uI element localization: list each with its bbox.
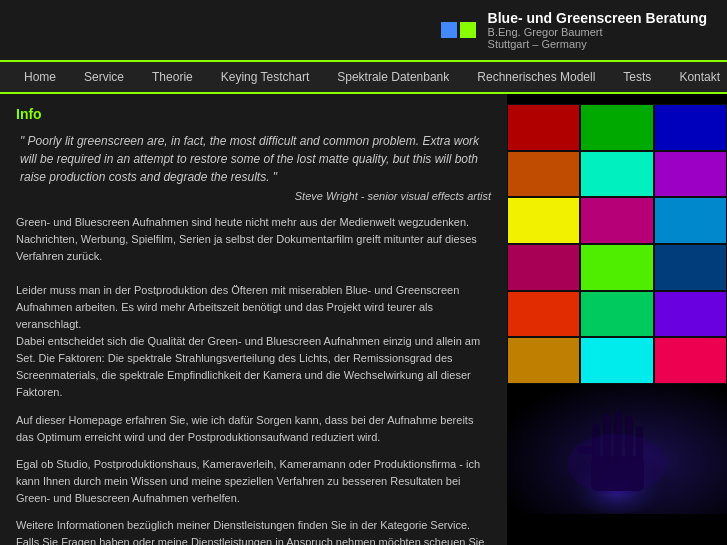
color-cell — [507, 151, 580, 198]
info-heading: Info — [16, 106, 491, 122]
color-cell — [580, 244, 653, 291]
paragraph-3: Egal ob Studio, Postproduktionshaus, Kam… — [16, 456, 491, 507]
color-cell — [654, 104, 727, 151]
color-cell — [654, 291, 727, 338]
color-cell — [654, 197, 727, 244]
site-subtitle: B.Eng. Gregor Baumert Stuttgart – German… — [488, 26, 707, 50]
content-area: Info " Poorly lit greenscreen are, in fa… — [0, 94, 507, 545]
header-text: Blue- und Greenscreen Beratung B.Eng. Gr… — [488, 10, 707, 50]
image-panel — [507, 94, 727, 545]
nav-item-theorie[interactable]: Theorie — [138, 62, 207, 92]
color-cell — [507, 337, 580, 384]
hand-icon — [547, 394, 687, 514]
main-content: Info " Poorly lit greenscreen are, in fa… — [0, 94, 727, 545]
color-cell — [507, 244, 580, 291]
logo-squares — [441, 22, 476, 38]
color-cell — [580, 104, 653, 151]
color-cell — [580, 291, 653, 338]
author-location: Stuttgart – Germany — [488, 38, 587, 50]
nav-item-home[interactable]: Home — [10, 62, 70, 92]
nav-item-keying[interactable]: Keying Testchart — [207, 62, 324, 92]
blue-square-icon — [441, 22, 457, 38]
color-cell — [580, 337, 653, 384]
paragraph-4: Weitere Informationen bezüglich meiner D… — [16, 517, 491, 545]
color-cell — [654, 244, 727, 291]
nav-item-spektrale[interactable]: Spektrale Datenbank — [323, 62, 463, 92]
color-cell — [580, 197, 653, 244]
color-cell — [580, 151, 653, 198]
nav-item-service[interactable]: Service — [70, 62, 138, 92]
main-nav: Home Service Theorie Keying Testchart Sp… — [0, 60, 727, 94]
nav-item-tests[interactable]: Tests — [609, 62, 665, 92]
hand-silhouette — [507, 384, 727, 514]
color-cell — [654, 337, 727, 384]
svg-point-8 — [567, 434, 667, 494]
paragraph-2: Auf dieser Homepage erfahren Sie, wie ic… — [16, 412, 491, 446]
color-grid — [507, 104, 727, 384]
quote-attribution: Steve Wright - senior visual effects art… — [20, 190, 491, 202]
author-name: B.Eng. Gregor Baumert — [488, 26, 603, 38]
color-cell — [507, 291, 580, 338]
nav-item-kontakt[interactable]: Kontakt — [665, 62, 727, 92]
paragraph-1: Green- und Bluescreen Aufnahmen sind heu… — [16, 214, 491, 402]
color-cell — [507, 197, 580, 244]
quote-text: " Poorly lit greenscreen are, in fact, t… — [20, 132, 491, 186]
green-square-icon — [460, 22, 476, 38]
color-cell — [654, 151, 727, 198]
quote-block: " Poorly lit greenscreen are, in fact, t… — [16, 132, 491, 202]
site-title: Blue- und Greenscreen Beratung — [488, 10, 707, 26]
color-cell — [507, 104, 580, 151]
header: Blue- und Greenscreen Beratung B.Eng. Gr… — [0, 0, 727, 60]
nav-item-rechnerisches[interactable]: Rechnerisches Modell — [463, 62, 609, 92]
